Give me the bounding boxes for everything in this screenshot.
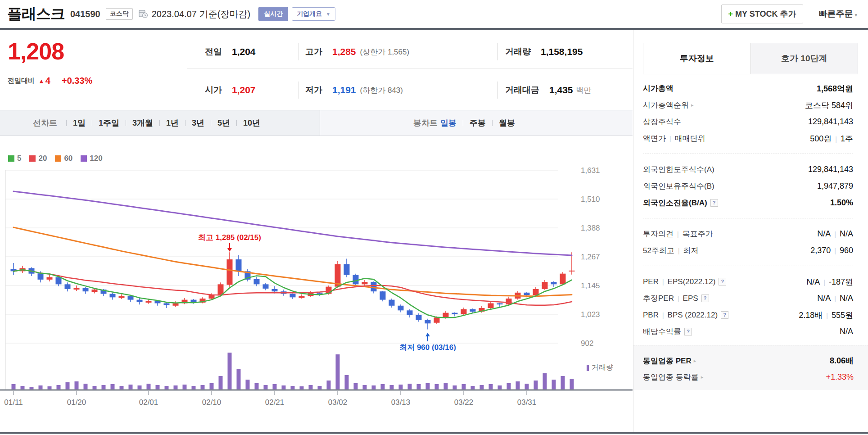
divider [185, 120, 185, 126]
volume-bar [417, 384, 421, 390]
volume-bar [57, 385, 61, 390]
tab-10년[interactable]: 10년 [243, 118, 260, 128]
value-text: 129,841,143 [808, 117, 853, 126]
my-stock-label: MY STOCK 추가 [735, 9, 796, 18]
x-axis-label: 01/20 [67, 398, 86, 407]
divider [497, 82, 498, 99]
info-row: 배당수익률?N/A [633, 323, 868, 340]
prev-close-value: 1,204 [232, 46, 256, 57]
candle [137, 300, 143, 302]
volume-value: 1,158,195 [541, 46, 583, 57]
value-text: N/A [806, 277, 820, 286]
volume-bar [201, 385, 205, 390]
info-label[interactable]: 동일업종 PER▸ [643, 356, 696, 366]
divider [66, 120, 67, 126]
info-row: 추정PER|EPS?N/A|N/A [633, 290, 868, 307]
tab-3개월[interactable]: 3개월 [132, 118, 153, 128]
info-value: 2,370|960 [810, 246, 853, 255]
divider [463, 120, 463, 126]
candle [497, 304, 503, 305]
info-panel-tabs: 투자정보호가 10단계 [643, 43, 858, 74]
volume-bar [507, 383, 511, 390]
volume-swatch-icon [587, 365, 589, 371]
quick-order-link[interactable]: 빠른주문▾ [818, 8, 857, 20]
volume-bar [336, 354, 340, 390]
prev-close-cell: 전일 1,204 [205, 41, 256, 62]
change-value: 4 [45, 76, 50, 86]
candle [380, 291, 386, 299]
candle [443, 313, 449, 318]
tab-월봉[interactable]: 월봉 [499, 118, 515, 128]
divider [497, 43, 498, 60]
quote-date: 2023.04.07 [152, 9, 197, 19]
info-row: 외국인소진율(B/A)?1.50% [633, 195, 868, 211]
add-my-stock-button[interactable]: +MY STOCK 추가 [721, 5, 804, 23]
plus-icon: + [728, 9, 733, 18]
info-value: 2.18배|555원 [799, 310, 853, 321]
help-icon[interactable]: ? [684, 328, 692, 335]
label-text: 외국인한도주식수(A) [643, 164, 714, 175]
divider [92, 120, 92, 126]
amount-value: 1,435 [549, 85, 573, 95]
volume-bar [210, 383, 214, 390]
candle [92, 290, 98, 292]
info-label: 추정PER|EPS? [643, 293, 709, 304]
value-text: 1,947,879 [817, 181, 853, 190]
divider [126, 120, 126, 126]
divider: | [826, 312, 828, 319]
volume-bar [534, 381, 538, 390]
help-icon[interactable]: ? [710, 199, 718, 207]
x-axis-label: 01/11 [4, 398, 23, 407]
value-text: 코스닥 584위 [805, 101, 853, 110]
info-label[interactable]: 시가총액순위▸ [643, 100, 694, 110]
divider: | [678, 247, 680, 254]
tab-5년[interactable]: 5년 [217, 118, 230, 128]
help-icon[interactable]: ? [721, 311, 728, 319]
volume-label: 거래량 [505, 46, 531, 58]
divider [236, 120, 237, 126]
tab-1년[interactable]: 1년 [166, 118, 179, 128]
volume-bar [444, 383, 448, 390]
volume-bar [363, 385, 367, 390]
prev-close-label: 전일 [205, 46, 222, 58]
x-axis-label: 03/22 [454, 398, 474, 407]
low-cell: 저가 1,191 (하한가 843) [305, 80, 403, 100]
candle [191, 300, 197, 302]
volume-bar [318, 386, 322, 390]
tab-1일[interactable]: 1일 [73, 118, 86, 128]
info-label[interactable]: 동일업종 등락률▸ [643, 372, 703, 382]
info-label: 외국인한도주식수(A) [643, 164, 714, 175]
volume-bar [165, 386, 169, 390]
realtime-button[interactable]: 실시간 [258, 7, 288, 21]
chevron-down-icon: ▼ [326, 12, 330, 17]
tab-3년[interactable]: 3년 [192, 118, 204, 128]
info-row: 투자의견|목표주가N/A|N/A [633, 226, 868, 242]
info-row: PER|EPS(2022.12)?N/A|-187원 [633, 273, 868, 290]
tab-선차트[interactable]: 선차트 [33, 118, 57, 128]
value-text: 1,568억원 [817, 84, 853, 93]
tab-주봉[interactable]: 주봉 [470, 118, 486, 128]
info-value: +1.33% [826, 372, 854, 382]
open-label: 시가 [205, 84, 222, 96]
volume-bar [435, 384, 439, 390]
low-value: 1,191 [332, 85, 356, 95]
tab-투자정보[interactable]: 투자정보 [643, 43, 751, 74]
page-title: 플래스크 [7, 4, 65, 24]
divider: | [678, 295, 679, 302]
chevron-down-icon: ▾ [854, 12, 857, 18]
label-text-2: 매매단위 [675, 133, 705, 144]
info-value: 500원|1주 [810, 133, 853, 144]
upper-limit: (상한가 1,565) [360, 47, 410, 57]
info-value: N/A|-187원 [806, 276, 853, 287]
tab-호가 10단계[interactable]: 호가 10단계 [751, 43, 859, 74]
label-text: PBR [643, 311, 659, 320]
tab-1주일[interactable]: 1주일 [99, 118, 119, 128]
help-icon[interactable]: ? [701, 295, 709, 302]
company-overview-button[interactable]: 기업개요 ▼ [292, 7, 335, 21]
volume-cell: 거래량 1,158,195 [505, 41, 583, 62]
candle [299, 296, 305, 298]
help-icon[interactable]: ? [719, 278, 726, 285]
info-row: PBR|BPS (2022.12)?2.18배|555원 [633, 307, 868, 323]
candle [425, 320, 431, 323]
tab-일봉[interactable]: 일봉 [440, 118, 457, 128]
